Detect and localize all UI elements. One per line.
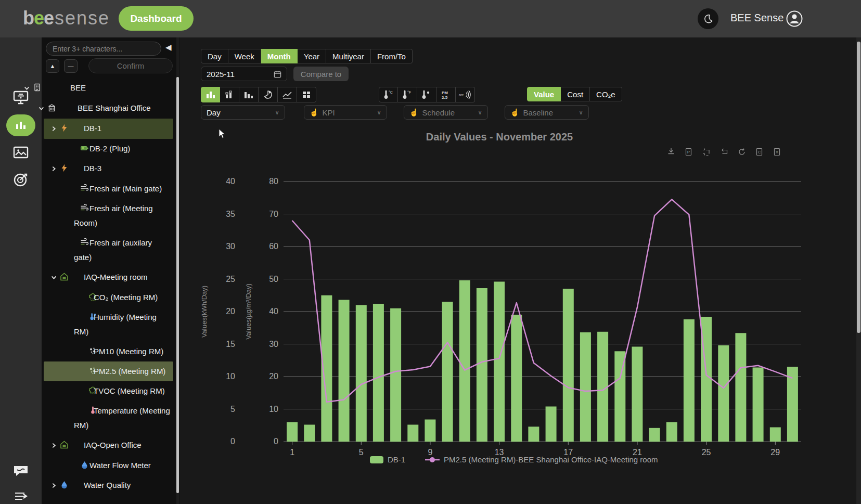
dark-mode-toggle[interactable]	[698, 8, 718, 29]
bar-day-14[interactable]	[511, 315, 522, 442]
pdf-file-icon[interactable]: P	[686, 149, 691, 156]
bar-day-13[interactable]	[494, 282, 505, 442]
bar-day-5[interactable]	[356, 305, 367, 442]
unit-celsius-icon[interactable]: °C	[379, 87, 398, 102]
bar-day-26[interactable]	[718, 345, 729, 442]
metric-tab-coe[interactable]: CO₂e	[590, 87, 622, 101]
bar-day-16[interactable]	[546, 407, 557, 442]
legend-bar-label[interactable]: DB-1	[388, 455, 405, 464]
rail-reports-button[interactable]	[0, 145, 42, 160]
metric-tab-cost[interactable]: Cost	[561, 87, 590, 101]
bar-day-24[interactable]	[684, 319, 695, 442]
tree-item-db-1[interactable]: DB-1	[44, 119, 173, 139]
tree-item-humidity-meeting-rm[interactable]: Humidity (Meeting RM)	[44, 307, 173, 342]
tree-scrollbar-thumb[interactable]	[176, 77, 179, 493]
refresh-icon[interactable]	[739, 149, 744, 155]
bar-day-1[interactable]	[287, 422, 298, 442]
tab-multiyear[interactable]: Multiyear	[326, 49, 371, 63]
legend-line-label[interactable]: PM2.5 (Meeting RM)-BEE Shanghai Office-I…	[444, 455, 658, 464]
bar-day-11[interactable]	[459, 280, 470, 442]
tab-day[interactable]: Day	[201, 49, 228, 63]
rail-monitor-button[interactable]	[0, 89, 42, 106]
bar-day-8[interactable]	[407, 425, 418, 442]
csv-file-icon[interactable]: C	[757, 149, 762, 156]
bar-day-6[interactable]	[373, 304, 384, 442]
tree-item-bee-shanghai-office[interactable]: BEE Shanghai Office	[44, 98, 173, 119]
chart-type-pie-chart-icon[interactable]	[259, 87, 278, 102]
tree-scrollbar[interactable]	[176, 37, 179, 504]
tab-week[interactable]: Week	[228, 49, 261, 63]
bar-day-19[interactable]	[597, 332, 608, 442]
rail-targets-button[interactable]	[0, 171, 42, 188]
drop-icon	[77, 459, 86, 468]
rail-collapse-button[interactable]	[0, 489, 42, 503]
dropdown-schedule[interactable]: ☝Schedule∨	[404, 105, 488, 120]
bar-day-21[interactable]	[632, 347, 642, 442]
bar-day-2[interactable]	[304, 425, 315, 442]
pm25-line-series[interactable]	[292, 199, 793, 402]
chart-type-bar-chart-icon[interactable]	[201, 87, 220, 102]
dropdown-kpi[interactable]: ☝KPI∨	[304, 105, 387, 120]
tree-item-fresh-air-auxilary-gate[interactable]: Fresh air (auxilary gate)	[44, 233, 173, 267]
compare-to-button[interactable]: Compare to	[293, 67, 349, 81]
chart-type-line-chart-icon[interactable]	[278, 87, 297, 102]
bar-day-9[interactable]	[425, 420, 435, 442]
unit-noise-icon[interactable]: arc	[456, 87, 475, 102]
page-scrollbar-thumb[interactable]	[857, 42, 860, 333]
bar-day-28[interactable]	[753, 368, 764, 442]
tree-item-water-flow-meter[interactable]: Water Flow Meter	[44, 456, 173, 475]
tree-item-water-quality[interactable]: Water Quality	[44, 475, 173, 496]
unit-humidity-icon[interactable]	[417, 87, 436, 102]
panel-collapse-arrow[interactable]: ◀	[165, 43, 172, 52]
tree-item-tvoc-meeting-rm[interactable]: TVOCTVOC (Meeting RM)	[44, 381, 173, 401]
unit-pm25-icon[interactable]: PM 2.5	[436, 87, 456, 102]
tab-from-to[interactable]: From/To	[371, 49, 413, 63]
bar-day-7[interactable]	[390, 308, 401, 442]
dropdown-day[interactable]: Day∨	[201, 105, 285, 120]
tree-item-fresh-air-main-gate[interactable]: Fresh air (Main gate)	[44, 179, 173, 199]
tree-item-bee[interactable]: BEE	[44, 78, 173, 98]
tree-item-pm10-meeting-rm[interactable]: PM10 (Meeting RM)	[44, 342, 173, 361]
bar-day-29[interactable]	[770, 428, 781, 442]
bar-day-12[interactable]	[477, 288, 487, 442]
bar-day-27[interactable]	[735, 333, 746, 442]
bar-day-23[interactable]	[666, 422, 677, 442]
search-input[interactable]	[46, 42, 161, 56]
tree-expand-all-button[interactable]: ▲	[46, 59, 59, 73]
bar-day-10[interactable]	[442, 302, 453, 442]
bar-day-22[interactable]	[649, 428, 660, 442]
legend-bar-swatch[interactable]	[370, 456, 383, 463]
tree-item-db-3[interactable]: DB-3	[44, 159, 173, 179]
tree-item-db-2-plug[interactable]: DB-2 (Plug)	[44, 139, 173, 159]
xls-file-icon[interactable]: X	[775, 149, 780, 156]
chart-type-stacked-bar-icon[interactable]	[220, 87, 239, 102]
dropdown-baseline[interactable]: ☝Baseline∨	[505, 105, 589, 120]
tree-collapse-all-button[interactable]: —	[64, 59, 78, 73]
tree-item-iaq-meeting-room[interactable]: IAQ-Meeting room	[44, 267, 173, 288]
tree-item-fresh-air-meeting-room[interactable]: Fresh air (Meeting Room)	[44, 199, 173, 233]
zoom-reset-icon[interactable]	[722, 149, 727, 154]
dashboard-nav-button[interactable]: Dashboard	[119, 6, 194, 31]
confirm-button[interactable]: Confirm	[88, 58, 173, 73]
tree-item-temperature-meeting-rm[interactable]: Temperature (Meeting RM)	[44, 401, 173, 435]
tab-year[interactable]: Year	[298, 49, 326, 63]
user-avatar-icon[interactable]	[786, 10, 803, 30]
bar-day-4[interactable]	[339, 300, 350, 442]
metric-tab-value[interactable]: Value	[527, 87, 561, 101]
chart-type-column-chart-icon[interactable]	[239, 87, 259, 102]
page-scrollbar[interactable]	[856, 37, 861, 504]
download-icon[interactable]	[669, 148, 674, 154]
chart-type-grid-icon[interactable]	[297, 87, 316, 102]
tree-item-iaq-open-office[interactable]: IAQ-Open Office	[44, 435, 173, 456]
bar-day-18[interactable]	[580, 332, 591, 442]
rail-feedback-button[interactable]	[0, 463, 42, 479]
tab-month[interactable]: Month	[261, 49, 298, 63]
rail-dashboard-button-active[interactable]	[6, 114, 35, 136]
zoom-select-icon[interactable]	[703, 149, 710, 156]
date-picker-input[interactable]: 2025-11	[201, 67, 287, 81]
bar-day-15[interactable]	[528, 427, 539, 442]
tree-item-co-meeting-rm[interactable]: CO₂CO₂ (Meeting RM)	[44, 288, 173, 307]
unit-fahrenheit-icon[interactable]: °F	[398, 87, 417, 102]
tree-item-pm2-5-meeting-rm[interactable]: PM2.5 (Meeting RM)	[44, 361, 173, 381]
bar-day-17[interactable]	[563, 289, 574, 442]
